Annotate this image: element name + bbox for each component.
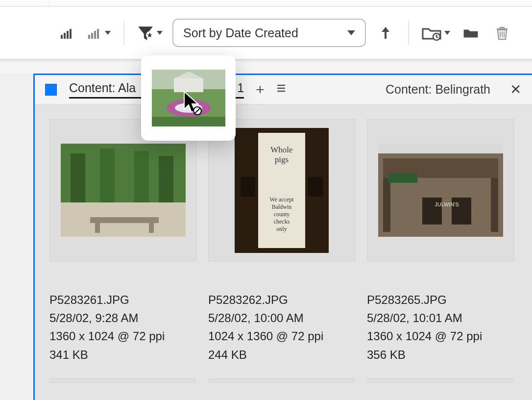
svg-rect-46: [152, 117, 225, 126]
trash-icon[interactable]: [491, 23, 513, 43]
file-size: 341 KB: [49, 346, 196, 364]
filename: P5283261.JPG: [49, 291, 196, 309]
thumbnail-image[interactable]: JULWIN'S: [367, 119, 514, 261]
filter-dropdown[interactable]: [137, 25, 163, 41]
filename: P5283262.JPG: [208, 291, 355, 309]
thumbnail-card[interactable]: P5283261.JPG 5/28/02, 9:28 AM 1360 x 102…: [49, 119, 196, 364]
svg-rect-38: [388, 173, 417, 183]
tab-inactive[interactable]: Content: Belingrath: [386, 82, 490, 97]
close-tab-icon[interactable]: ✕: [510, 81, 521, 98]
panel-header: Content: Alabama Symposium 1 + Content: …: [35, 75, 532, 104]
thumbnail-size-small-icon[interactable]: [57, 23, 76, 43]
workspace: Content: Alabama Symposium 1 + Content: …: [0, 74, 532, 400]
sort-select-label: Sort by Date Created: [183, 26, 298, 40]
new-folder-icon[interactable]: [460, 23, 482, 43]
filename: P5283265.JPG: [367, 291, 514, 309]
svg-text:pigs: pigs: [275, 155, 289, 164]
svg-rect-19: [149, 223, 154, 233]
add-tab-button[interactable]: +: [256, 81, 265, 98]
color-swatch[interactable]: [46, 84, 56, 95]
svg-text:Whole: Whole: [270, 145, 292, 154]
svg-rect-30: [241, 177, 255, 197]
file-datetime: 5/28/02, 10:01 AM: [367, 309, 514, 327]
file-dimensions: 1024 x 1360 @ 72 ppi: [208, 327, 355, 345]
svg-text:JULWIN'S: JULWIN'S: [435, 201, 459, 207]
drag-preview: [141, 55, 236, 141]
svg-text:checks: checks: [274, 218, 290, 225]
thumbnail-card[interactable]: JULWIN'S P5283265.JPG 5/28/02, 10:01 AM …: [367, 119, 514, 364]
svg-text:county: county: [274, 211, 290, 218]
svg-rect-16: [159, 156, 173, 202]
panel-menu-icon[interactable]: [276, 83, 286, 96]
svg-text:only: only: [276, 225, 287, 232]
file-dimensions: 1360 x 1024 @ 72 ppi: [49, 327, 196, 345]
svg-rect-18: [95, 223, 100, 233]
svg-rect-2: [67, 31, 69, 39]
sort-select[interactable]: Sort by Date Created: [172, 19, 366, 47]
toolbar: Sort by Date Created: [0, 6, 532, 59]
file-dimensions: 1360 x 1024 @ 72 ppi: [367, 327, 514, 345]
thumbnail-grid: P5283261.JPG 5/28/02, 9:28 AM 1360 x 102…: [35, 104, 532, 364]
svg-rect-1: [64, 33, 66, 39]
svg-rect-5: [91, 33, 93, 39]
svg-rect-34: [383, 178, 390, 232]
svg-text:We accept: We accept: [269, 196, 294, 203]
svg-rect-35: [491, 178, 498, 232]
recent-folders-dropdown[interactable]: [422, 25, 450, 41]
svg-rect-4: [88, 35, 90, 39]
svg-rect-15: [134, 151, 149, 202]
file-datetime: 5/28/02, 10:00 AM: [208, 309, 355, 327]
thumbnail-card[interactable]: Whole pigs We accept Baldwin county chec…: [208, 119, 355, 364]
svg-rect-17: [90, 217, 159, 223]
thumbnail-size-dropdown[interactable]: [86, 25, 111, 41]
svg-text:Baldwin: Baldwin: [272, 203, 292, 210]
svg-rect-29: [308, 177, 323, 197]
file-datetime: 5/28/02, 9:28 AM: [49, 309, 196, 327]
svg-rect-13: [71, 153, 85, 202]
file-size: 356 KB: [367, 346, 514, 364]
content-panel: Content: Alabama Symposium 1 + Content: …: [33, 74, 532, 400]
file-size: 244 KB: [208, 346, 355, 364]
sort-direction-button[interactable]: [376, 23, 395, 43]
svg-rect-7: [97, 29, 99, 39]
svg-rect-6: [94, 31, 96, 39]
svg-rect-14: [100, 149, 115, 202]
svg-rect-42: [174, 78, 203, 92]
svg-rect-0: [61, 35, 63, 39]
svg-point-45: [175, 103, 202, 113]
svg-rect-3: [70, 29, 72, 39]
